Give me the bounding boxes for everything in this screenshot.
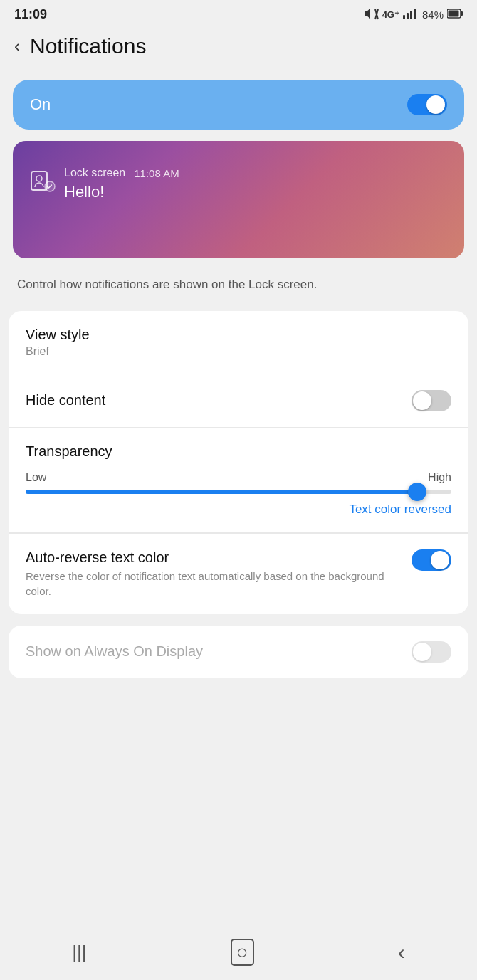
auto-reverse-row[interactable]: Auto-reverse text color Reverse the colo…	[9, 533, 468, 614]
back-button[interactable]: ‹	[14, 36, 20, 56]
toggle-knob	[426, 95, 445, 114]
svg-rect-2	[403, 15, 405, 19]
mute-icon	[365, 7, 379, 22]
slider-fill	[26, 490, 417, 494]
header: ‹ Notifications	[0, 26, 477, 73]
battery-percent: 84%	[422, 9, 444, 21]
show-on-always-on-row[interactable]: Show on Always On Display	[9, 626, 468, 678]
view-style-subtitle: Brief	[26, 345, 451, 358]
hide-content-toggle[interactable]	[412, 390, 451, 411]
lockscreen-message: Hello!	[64, 183, 179, 201]
auto-reverse-title: Auto-reverse text color	[26, 549, 397, 566]
show-on-always-on-toggle[interactable]	[412, 641, 451, 663]
hide-content-toggle-knob	[413, 391, 431, 410]
slider-low-label: Low	[26, 471, 46, 484]
nav-back-icon[interactable]: ‹	[398, 940, 405, 964]
svg-rect-4	[410, 11, 412, 19]
slider-track[interactable]	[26, 490, 451, 494]
show-on-always-on-title: Show on Always On Display	[26, 643, 203, 660]
status-time: 11:09	[14, 7, 47, 22]
show-on-always-on-toggle-knob	[413, 643, 431, 661]
auto-reverse-toggle-knob	[431, 551, 449, 569]
lockscreen-app-icon	[30, 168, 56, 194]
view-style-title: View style	[26, 327, 451, 343]
battery-icon	[447, 9, 463, 21]
nav-home-icon[interactable]: ○	[231, 939, 254, 966]
auto-reverse-desc: Reverse the color of notification text a…	[26, 569, 397, 599]
hide-content-title: Hide content	[26, 392, 105, 409]
auto-reverse-text: Auto-reverse text color Reverse the colo…	[26, 549, 397, 599]
auto-reverse-toggle[interactable]	[412, 549, 451, 571]
slider-high-label: High	[428, 471, 451, 484]
slider-labels: Low High	[26, 471, 451, 484]
hide-content-row[interactable]: Hide content	[9, 374, 468, 428]
lockscreen-time: 11:08 AM	[134, 167, 179, 179]
text-color-reversed-container: Text color reversed	[26, 502, 451, 517]
status-bar: 11:09 4G⁺ 84%	[0, 0, 477, 26]
transparency-section: Transparency Low High Text color reverse…	[9, 428, 468, 533]
svg-rect-8	[449, 11, 459, 17]
status-icons: 4G⁺ 84%	[365, 7, 463, 22]
on-label: On	[30, 95, 51, 114]
lockscreen-preview: Lock screen 11:08 AM Hello!	[13, 141, 464, 258]
page-title: Notifications	[30, 34, 146, 58]
description-text: Control how notifications are shown on t…	[0, 270, 477, 311]
text-color-reversed-button[interactable]: Text color reversed	[349, 502, 451, 516]
svg-point-10	[36, 176, 42, 181]
on-toggle[interactable]	[407, 94, 447, 115]
on-toggle-card: On	[13, 80, 464, 130]
nav-menu-icon[interactable]: |||	[72, 942, 86, 964]
slider-thumb[interactable]	[408, 483, 426, 501]
nav-bar: ||| ○ ‹	[0, 929, 477, 980]
svg-rect-5	[414, 9, 416, 19]
bottom-card: Show on Always On Display	[9, 626, 468, 678]
signal-icon	[403, 8, 419, 21]
lockscreen-notification: Lock screen 11:08 AM Hello!	[64, 167, 179, 201]
lockscreen-source: Lock screen	[64, 167, 125, 179]
transparency-title: Transparency	[26, 443, 451, 460]
view-style-row[interactable]: View style Brief	[9, 311, 468, 374]
settings-card: View style Brief Hide content Transparen…	[9, 311, 468, 614]
svg-rect-3	[407, 13, 409, 19]
network-icon: 4G⁺	[382, 9, 399, 20]
svg-rect-7	[461, 11, 463, 16]
